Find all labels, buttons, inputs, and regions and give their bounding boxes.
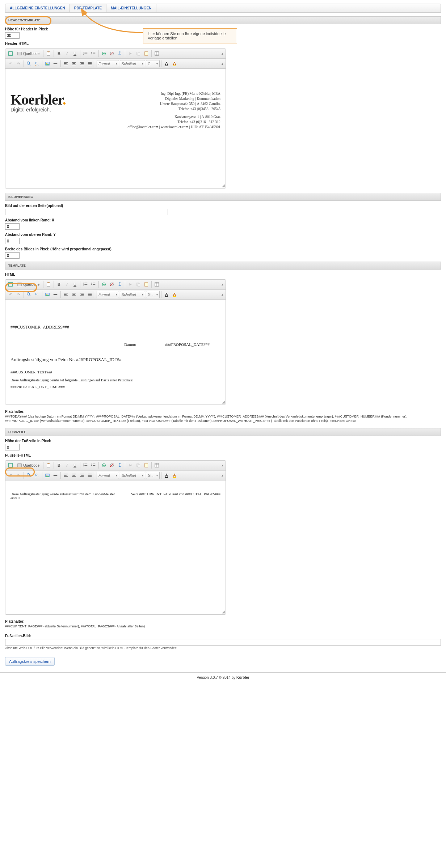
- bg-color-icon[interactable]: A: [171, 60, 178, 67]
- bg-color-icon[interactable]: A: [171, 291, 178, 298]
- replace-icon[interactable]: [33, 291, 41, 298]
- image-icon[interactable]: [44, 291, 51, 298]
- italic-icon[interactable]: I: [63, 281, 71, 288]
- ordered-list-icon[interactable]: 12: [82, 50, 89, 57]
- footer-height-input[interactable]: [5, 444, 20, 450]
- toolbar-collapse2-icon[interactable]: ▴: [220, 60, 224, 67]
- ordered-list-icon[interactable]: 12: [82, 281, 89, 288]
- align-right-icon[interactable]: [78, 472, 85, 479]
- resize-handle-icon[interactable]: ◢: [221, 400, 225, 404]
- redo-icon[interactable]: ↷: [15, 472, 22, 479]
- save-button[interactable]: Auftragskreis speichern: [5, 657, 55, 666]
- bold-icon[interactable]: B: [55, 281, 63, 288]
- format-select[interactable]: Format: [97, 60, 119, 67]
- link-icon[interactable]: [100, 50, 108, 57]
- anchor-icon[interactable]: [116, 50, 123, 57]
- header-editor-content[interactable]: Koerbler. Digital erfolgreich. Ing. Dipl…: [5, 69, 226, 188]
- size-select[interactable]: G...: [146, 60, 160, 67]
- maximize-icon[interactable]: [7, 462, 14, 469]
- font-select[interactable]: Schriftart: [120, 60, 145, 67]
- text-color-icon[interactable]: A: [163, 60, 170, 67]
- hr-icon[interactable]: [52, 472, 59, 479]
- find-icon[interactable]: [25, 60, 33, 67]
- align-center-icon[interactable]: [70, 60, 77, 67]
- undo-icon[interactable]: ↶: [7, 291, 14, 298]
- underline-icon[interactable]: U: [71, 462, 79, 469]
- copy-icon[interactable]: [135, 281, 142, 288]
- tab-general[interactable]: ALLGEMEINE EINSTELLUNGEN: [5, 4, 70, 12]
- bg-color-icon[interactable]: A: [171, 472, 178, 479]
- toolbar-collapse-icon[interactable]: ▴: [220, 50, 224, 57]
- imagead-marginleft-input[interactable]: [5, 223, 20, 230]
- undo-icon[interactable]: ↶: [7, 472, 14, 479]
- redo-icon[interactable]: ↷: [15, 291, 22, 298]
- undo-icon[interactable]: ↶: [7, 60, 14, 67]
- resize-handle-icon[interactable]: ◢: [221, 610, 225, 614]
- find-icon[interactable]: [25, 291, 33, 298]
- underline-icon[interactable]: U: [71, 50, 79, 57]
- redo-icon[interactable]: ↷: [15, 60, 22, 67]
- source-button[interactable]: Quellcode: [15, 463, 42, 468]
- paste2-icon[interactable]: [143, 281, 150, 288]
- anchor-icon[interactable]: [116, 462, 123, 469]
- bold-icon[interactable]: B: [55, 462, 63, 469]
- footer-editor-content[interactable]: Diese Auftragsbestätigung wurde automati…: [5, 480, 226, 614]
- text-color-icon[interactable]: A: [163, 291, 170, 298]
- link-icon[interactable]: [100, 462, 108, 469]
- align-justify-icon[interactable]: [86, 60, 93, 67]
- imagead-width-input[interactable]: [5, 252, 20, 259]
- resize-handle-icon[interactable]: ◢: [221, 184, 225, 187]
- text-color-icon[interactable]: A: [163, 472, 170, 479]
- replace-icon[interactable]: [33, 472, 41, 479]
- format-select[interactable]: Format: [97, 472, 119, 479]
- unordered-list-icon[interactable]: [90, 462, 97, 469]
- toolbar-collapse2-icon[interactable]: ▴: [220, 472, 224, 479]
- toolbar-collapse-icon[interactable]: ▴: [220, 281, 224, 288]
- table-icon[interactable]: [153, 50, 160, 57]
- size-select[interactable]: G...: [146, 472, 160, 479]
- source-button[interactable]: Quellcode: [15, 51, 42, 56]
- cut-icon[interactable]: ✂: [127, 462, 134, 469]
- align-justify-icon[interactable]: [86, 472, 93, 479]
- align-left-icon[interactable]: [62, 291, 70, 298]
- tab-pdf-template[interactable]: PDF-TEMPLATE: [70, 4, 106, 12]
- copy-icon[interactable]: [135, 50, 142, 57]
- unordered-list-icon[interactable]: [90, 281, 97, 288]
- paste-icon[interactable]: [45, 281, 52, 288]
- toolbar-collapse-icon[interactable]: ▴: [220, 462, 224, 469]
- format-select[interactable]: Format: [97, 291, 119, 298]
- unordered-list-icon[interactable]: [90, 50, 97, 57]
- copy-icon[interactable]: [135, 462, 142, 469]
- unlink-icon[interactable]: [108, 50, 115, 57]
- footer-image-input[interactable]: [5, 639, 441, 645]
- hr-icon[interactable]: [52, 60, 59, 67]
- source-button[interactable]: Quellcode: [15, 282, 42, 287]
- replace-icon[interactable]: [33, 60, 41, 67]
- image-icon[interactable]: [44, 60, 51, 67]
- paste-icon[interactable]: [45, 50, 52, 57]
- maximize-icon[interactable]: [7, 281, 14, 288]
- italic-icon[interactable]: I: [63, 50, 71, 57]
- cut-icon[interactable]: ✂: [127, 50, 134, 57]
- header-height-input[interactable]: [5, 32, 20, 39]
- align-justify-icon[interactable]: [86, 291, 93, 298]
- image-icon[interactable]: [44, 472, 51, 479]
- unlink-icon[interactable]: [108, 281, 115, 288]
- template-editor-content[interactable]: ###CUSTOMER_ADDRESS### Datum: ###PROPOSA…: [5, 300, 226, 405]
- table-icon[interactable]: [153, 462, 160, 469]
- imagead-margintop-input[interactable]: [5, 238, 20, 244]
- unlink-icon[interactable]: [108, 462, 115, 469]
- link-icon[interactable]: [100, 281, 108, 288]
- tab-mail[interactable]: MAIL-EINSTELLUNGEN: [106, 4, 156, 12]
- align-right-icon[interactable]: [78, 60, 85, 67]
- paste2-icon[interactable]: [143, 462, 150, 469]
- align-left-icon[interactable]: [62, 472, 70, 479]
- paste-icon[interactable]: [45, 462, 52, 469]
- size-select[interactable]: G...: [146, 291, 160, 298]
- maximize-icon[interactable]: [7, 50, 14, 57]
- align-center-icon[interactable]: [70, 472, 77, 479]
- align-left-icon[interactable]: [62, 60, 70, 67]
- paste2-icon[interactable]: [143, 50, 150, 57]
- table-icon[interactable]: [153, 281, 160, 288]
- bold-icon[interactable]: B: [55, 50, 63, 57]
